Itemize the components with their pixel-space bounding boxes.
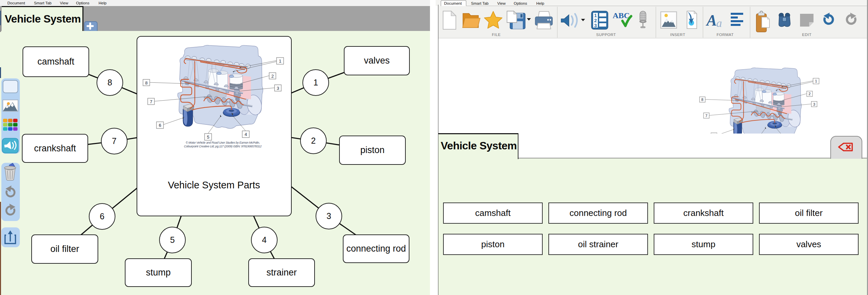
svg-text:3: 3 xyxy=(594,23,597,28)
svg-text:a: a xyxy=(716,17,722,29)
svg-text:ABC: ABC xyxy=(613,11,630,20)
svg-text:1: 1 xyxy=(594,13,597,18)
svg-text:2: 2 xyxy=(594,18,597,23)
svg-text:A: A xyxy=(706,12,717,29)
